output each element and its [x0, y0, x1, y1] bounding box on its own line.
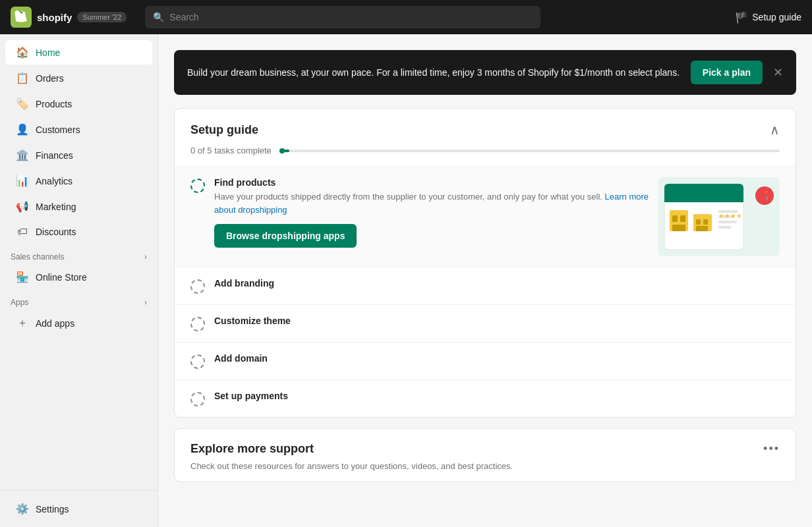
task-item-customize-theme[interactable]: Customize theme: [175, 304, 796, 342]
more-options-icon[interactable]: •••: [763, 442, 780, 456]
svg-rect-16: [718, 226, 732, 229]
task-content-add-branding: Add branding: [214, 278, 780, 291]
task-desc-find-products: Have your products shipped directly from…: [214, 190, 649, 216]
task-list: Find products Have your products shipped…: [175, 166, 796, 417]
support-title: Explore more support: [190, 442, 314, 456]
orders-icon: 📋: [16, 72, 29, 84]
progress-dot: [279, 148, 285, 153]
setup-guide-card: Setup guide ∧ 0 of 5 tasks complete Find…: [174, 108, 796, 418]
sidebar-item-customers[interactable]: 👤 Customers: [5, 117, 152, 142]
discounts-icon: 🏷: [16, 226, 29, 238]
sidebar-item-discounts[interactable]: 🏷 Discounts: [5, 220, 152, 244]
sidebar-item-label: Orders: [36, 73, 64, 84]
progress-container: 0 of 5 tasks complete: [175, 146, 796, 166]
progress-bar: [279, 150, 780, 152]
svg-rect-12: [696, 226, 708, 231]
collapse-icon[interactable]: ∧: [770, 122, 780, 138]
logo[interactable]: shopify Summer '22: [11, 7, 127, 28]
sidebar-bottom: ⚙️ Settings: [0, 490, 158, 522]
sidebar-item-finances[interactable]: 🏛️ Finances: [5, 143, 152, 167]
task-item-add-domain[interactable]: Add domain: [175, 342, 796, 379]
promotional-banner: Build your dream business, at your own p…: [174, 50, 796, 95]
svg-rect-10: [696, 219, 701, 225]
sidebar-item-analytics[interactable]: 📊 Analytics: [5, 169, 152, 193]
task-circle-customize-theme: [190, 317, 205, 331]
task-title-add-branding: Add branding: [214, 278, 780, 289]
setup-guide-label: Setup guide: [752, 12, 801, 22]
sidebar: 🏠 Home 📋 Orders 🏷️ Products 👤 Customers …: [0, 34, 158, 527]
search-icon: 🔍: [153, 12, 164, 22]
task-item-set-up-payments[interactable]: Set up payments: [175, 379, 796, 417]
layout: 🏠 Home 📋 Orders 🏷️ Products 👤 Customers …: [0, 34, 812, 527]
task-circle-add-branding: [190, 279, 205, 294]
support-description: Check out these resources for answers to…: [175, 461, 796, 482]
svg-rect-11: [703, 219, 708, 225]
sidebar-item-label: Products: [36, 99, 72, 109]
search-input[interactable]: [169, 12, 533, 22]
sidebar-item-settings[interactable]: ⚙️ Settings: [5, 497, 152, 521]
sidebar-item-label: Add apps: [36, 318, 74, 329]
sales-channels-chevron[interactable]: ›: [144, 252, 147, 262]
finances-icon: 🏛️: [16, 149, 29, 161]
apps-label: Apps: [11, 298, 28, 307]
home-icon: 🏠: [16, 46, 29, 59]
support-card-header: Explore more support •••: [175, 429, 796, 461]
svg-rect-6: [672, 215, 678, 222]
search-bar[interactable]: 🔍: [145, 6, 540, 28]
banner-text: Build your dream business, at your own p…: [187, 66, 680, 80]
sidebar-item-home[interactable]: 🏠 Home: [5, 40, 152, 65]
analytics-icon: 📊: [16, 175, 29, 187]
close-icon[interactable]: ✕: [773, 65, 783, 80]
svg-rect-4: [664, 197, 743, 202]
task-title-add-domain: Add domain: [214, 353, 780, 364]
task-circle-set-up-payments: [190, 392, 205, 406]
sidebar-item-label: Customers: [36, 125, 80, 135]
task-item-find-products[interactable]: Find products Have your products shipped…: [175, 166, 796, 267]
marketing-icon: 📢: [16, 200, 29, 213]
svg-text:★★★★: ★★★★: [718, 212, 742, 219]
sales-channels-label: Sales channels: [11, 252, 64, 262]
dropshipping-link[interactable]: Learn more about dropshipping: [214, 192, 649, 215]
settings-icon: ⚙️: [16, 503, 29, 515]
sidebar-item-orders[interactable]: 📋 Orders: [5, 66, 152, 90]
sidebar-item-marketing[interactable]: 📢 Marketing: [5, 194, 152, 219]
sidebar-item-online-store[interactable]: 🏪 Online Store: [5, 265, 152, 289]
svg-rect-8: [672, 225, 685, 231]
sidebar-item-label: Marketing: [36, 202, 76, 212]
browse-apps-button[interactable]: Browse dropshipping apps: [214, 224, 357, 248]
task-circle-add-domain: [190, 354, 205, 369]
apps-chevron[interactable]: ›: [144, 298, 147, 307]
version-badge: Summer '22: [77, 12, 127, 22]
setup-guide-title: Setup guide: [190, 123, 258, 137]
main-content: Build your dream business, at your own p…: [158, 34, 812, 527]
task-circle-find-products: [190, 179, 205, 193]
task-item-add-branding[interactable]: Add branding: [175, 267, 796, 304]
task-content-find-products: Find products Have your products shipped…: [214, 177, 649, 248]
task-title-set-up-payments: Set up payments: [214, 391, 780, 401]
sidebar-item-products[interactable]: 🏷️ Products: [5, 92, 152, 116]
task-content-customize-theme: Customize theme: [214, 316, 780, 329]
setup-guide-button[interactable]: 🏴 Setup guide: [735, 11, 801, 24]
task-content-set-up-payments: Set up payments: [214, 391, 780, 404]
task-content-add-domain: Add domain: [214, 353, 780, 366]
task-title-find-products: Find products: [214, 177, 649, 188]
online-store-icon: 🏪: [16, 271, 29, 283]
task-illustration: ★★★★ 📍: [658, 177, 780, 256]
setup-guide-header: Setup guide ∧: [175, 109, 796, 146]
sidebar-item-label: Analytics: [36, 176, 72, 186]
sidebar-item-label: Online Store: [36, 272, 87, 283]
sidebar-item-label: Finances: [36, 150, 73, 161]
sidebar-item-label: Home: [36, 47, 60, 58]
customers-icon: 👤: [16, 123, 29, 136]
topbar: shopify Summer '22 🔍 🏴 Setup guide: [0, 0, 812, 34]
sales-channels-section: Sales channels ›: [0, 244, 158, 264]
sidebar-item-add-apps[interactable]: ＋ Add apps: [5, 310, 152, 336]
progress-text: 0 of 5 tasks complete: [190, 146, 272, 155]
sidebar-item-label: Discounts: [36, 227, 76, 237]
svg-rect-7: [680, 215, 685, 222]
flag-icon: 🏴: [735, 11, 748, 24]
svg-rect-15: [718, 221, 737, 223]
pick-plan-button[interactable]: Pick a plan: [691, 61, 763, 84]
brand-name: shopify: [37, 12, 72, 23]
topbar-right: 🏴 Setup guide: [735, 11, 801, 24]
